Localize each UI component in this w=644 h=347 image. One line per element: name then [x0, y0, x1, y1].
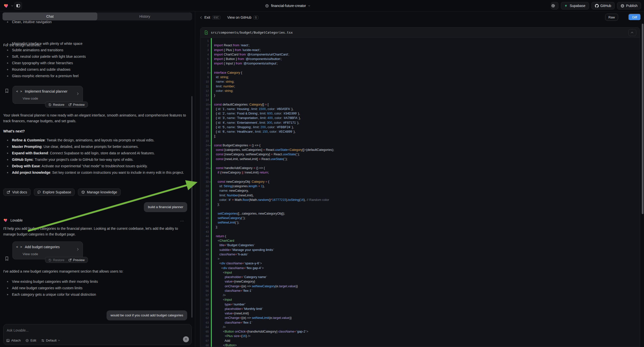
fold-chevron-icon[interactable] [209, 72, 210, 74]
code-line: 37 }; [200, 202, 640, 206]
code-line: 21 { id: '6', name: 'Healthcare', limit:… [200, 130, 640, 134]
code-panel: Exit esc View on GitHub G Raw Diff src/c… [195, 12, 644, 347]
toggle-sidebar-button[interactable] [14, 2, 22, 10]
fold-chevron-icon[interactable] [209, 144, 210, 146]
line-number: 28 [200, 161, 209, 166]
supabase-button[interactable]: Supabase [561, 2, 589, 10]
code-icon: < > [16, 245, 22, 249]
fold-chevron-icon[interactable] [209, 167, 210, 169]
design-bullet-list: Minimalist interface with plenty of whit… [3, 40, 190, 79]
view-code-link[interactable]: View code [23, 96, 38, 100]
line-number: 45 [200, 238, 209, 243]
line-number: 51 [200, 266, 209, 270]
view-code-link[interactable]: View code [23, 252, 38, 256]
github-icon [595, 4, 599, 8]
line-number: 61 [200, 311, 209, 316]
list-item: Expand with Backend: Connect Supabase to… [3, 150, 189, 156]
raw-toggle-button[interactable]: Raw [605, 14, 618, 21]
explore-supabase-button[interactable]: Explore Supabase [34, 188, 75, 196]
whats-next-list: Refine & Customize: Tweak the design, an… [3, 137, 189, 176]
line-number: 36 [200, 198, 209, 202]
code-line: 59 type="number" [200, 302, 640, 307]
code-scrollbar[interactable] [642, 24, 644, 214]
manage-knowledge-button[interactable]: Manage knowledge [78, 188, 120, 196]
code-line: 67 Add [200, 338, 640, 343]
line-number: 54 [200, 279, 209, 284]
code-line: 52 <Input [200, 270, 640, 275]
line-number: 11 [200, 84, 209, 88]
code-line: 2import React from 'react'; [200, 43, 640, 48]
bookmark-icon[interactable] [5, 88, 9, 93]
project-chevron-icon [308, 4, 310, 6]
list-item: Rounded corners and subtle shadows [3, 66, 190, 73]
bookmark-icon[interactable] [5, 256, 9, 261]
code-line: 58 <Input [200, 298, 640, 302]
code-line: 22]; [200, 134, 640, 138]
line-number: 62 [200, 316, 209, 320]
attach-button[interactable]: Attach [6, 338, 21, 342]
code-line: 50 <div className="space-y-6"> [200, 261, 640, 266]
settings-button[interactable] [551, 2, 558, 10]
chat-input[interactable]: Ask Lovable... [7, 328, 29, 332]
list-item: Clean typography with clear hierarchies [3, 60, 190, 66]
file-header[interactable]: src/components/budget/BudgetCategories.t… [200, 28, 640, 38]
code-line: 19 { id: '4', name: 'Entertainment', lim… [200, 120, 640, 125]
github-button[interactable]: GitHub [592, 2, 615, 10]
diff-added-gutter [211, 38, 212, 347]
line-number: 67 [200, 338, 209, 343]
message-options-icon[interactable]: ... [180, 218, 184, 222]
chevron-up-icon [631, 32, 633, 34]
line-number: 29 [200, 166, 209, 170]
line-number: 18 [200, 116, 209, 120]
list-item: Minimalist interface with plenty of whit… [3, 40, 190, 47]
project-name: financial-future-creator [271, 4, 306, 8]
line-number: 22 [200, 134, 209, 138]
mode-selector[interactable]: Default [41, 338, 60, 342]
code-line: 8interface Category { [200, 70, 640, 75]
project-switcher[interactable]: financial-future-creator [265, 0, 310, 12]
publish-button[interactable]: Publish [617, 2, 641, 10]
preview-button[interactable]: Preview [68, 258, 85, 262]
code-line: 48 className="h-auto" [200, 252, 640, 257]
line-number: 20 [200, 125, 209, 130]
line-number: 55 [200, 284, 209, 288]
line-number: 60 [200, 307, 209, 311]
chat-scrollbar[interactable] [192, 96, 192, 318]
restore-button[interactable]: Restore [48, 258, 64, 262]
line-number: 8 [200, 70, 209, 75]
code-line: 42 }; [200, 225, 640, 229]
version-card-implement-financial-planner[interactable]: < >Implement financial planner View code [12, 86, 83, 104]
exit-button[interactable]: Exit esc [201, 16, 220, 20]
list-item: Each category gets a unique color for vi… [3, 291, 190, 298]
view-on-github-button[interactable]: View on GitHub G [227, 16, 258, 20]
logo-menu-chevron-icon[interactable] [11, 4, 13, 6]
chevron-down-icon [58, 339, 60, 341]
code-line: 40 setNewCategory(''); [200, 216, 640, 220]
visit-docs-button[interactable]: Visit docs [3, 188, 30, 196]
code-line: 5import { Button } from '@/components/ui… [200, 57, 640, 61]
line-number: 16 [200, 107, 209, 111]
diff-toggle-button[interactable]: Diff [628, 14, 641, 21]
line-number: 41 [200, 220, 209, 225]
preview-button[interactable]: Preview [68, 103, 85, 106]
code-line: 11 limit: number; [200, 84, 640, 88]
line-number: 21 [200, 130, 209, 134]
code-line: 68 </Button> [200, 343, 640, 347]
send-button[interactable] [183, 336, 189, 342]
collapse-file-button[interactable] [628, 29, 636, 36]
package-icon [82, 190, 85, 194]
code-line: 25 const [categories, setCategories] = R… [200, 148, 640, 152]
line-number: 35 [200, 193, 209, 198]
chat-composer: Ask Lovable... Attach Edit Default [3, 324, 192, 345]
line-number: 5 [200, 57, 209, 61]
line-number: 6 [200, 61, 209, 66]
line-number: 4 [200, 52, 209, 57]
code-line: 17 { id: '2', name: 'Food & Dining', lim… [200, 111, 640, 116]
fold-chevron-icon[interactable] [209, 104, 210, 105]
fold-chevron-icon[interactable] [209, 181, 210, 182]
edit-button[interactable]: Edit [26, 338, 36, 342]
lovable-logo-icon[interactable] [4, 3, 9, 8]
list-item: Add project knowledge: Set key context o… [3, 169, 189, 176]
code-line: 12 color: string; [200, 88, 640, 93]
restore-button[interactable]: Restore [48, 103, 64, 106]
